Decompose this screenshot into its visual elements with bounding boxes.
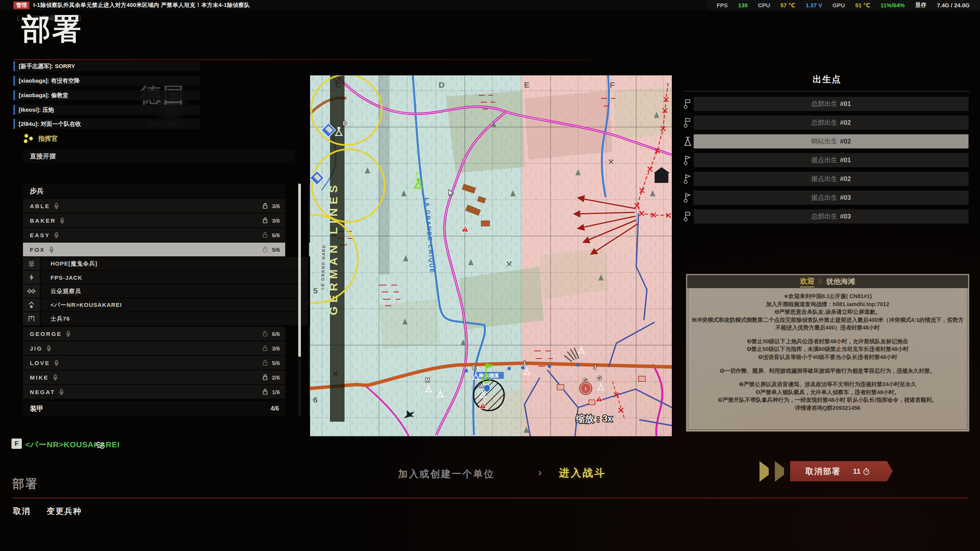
svg-text:L: L: [524, 360, 527, 366]
deploy-countdown: 11: [853, 467, 861, 476]
lock-icon: [262, 202, 269, 209]
spawn-option-hq-03[interactable]: 总部出生#03: [694, 209, 969, 223]
lock-icon: [262, 374, 269, 381]
armor-count: 4/6: [271, 405, 279, 412]
roster-scrollbar-thumb[interactable]: [298, 184, 301, 357]
spawn-option-outpost-02-selected[interactable]: 哨站出生#02: [694, 134, 969, 148]
svg-text:!: !: [585, 386, 586, 392]
squad-member-row: FPS-JACK: [23, 271, 308, 284]
garrison-spawn-icon: [683, 154, 692, 166]
svg-text:6: 6: [313, 395, 318, 404]
divider: [13, 59, 590, 60]
garrison-spawn-icon: [683, 192, 692, 203]
cpu-label: CPU: [758, 2, 770, 8]
fps-label: FPS: [717, 2, 728, 8]
armor-header: 装甲 4/6 +: [23, 401, 325, 416]
outpost-spawn-icon: [683, 135, 692, 147]
vram-value: 7.4G / 24.0G: [937, 2, 970, 8]
stopwatch-icon: [862, 468, 870, 475]
performance-overlay: FPS 138 CPU 57 ℃ 1.37 V GPU 51 ℃ 11%/64%…: [706, 0, 980, 10]
squad-row-love[interactable]: LOVE 5/6: [23, 356, 325, 370]
spawn-option-hq-01[interactable]: 总部出生#01: [694, 97, 969, 111]
assault-role-icon: [27, 273, 36, 282]
spotter-role-icon: [27, 287, 36, 295]
admin-message: I-1除侦察队外其余单元禁止进入对方400米区域内 严禁单人坦克！本方未4-1除…: [33, 2, 250, 9]
divider: [12, 497, 969, 499]
chat-message: [新手志愿军]: SORRY: [13, 61, 200, 71]
change-class-button[interactable]: 变更兵种: [47, 506, 82, 517]
cpu-temp: 57 ℃: [780, 2, 795, 9]
hq-spawn-icon: [683, 117, 692, 128]
squad-row-george[interactable]: GEORGE 6/6: [23, 327, 325, 341]
squad-row-jig[interactable]: JIG 3/6: [23, 341, 325, 355]
server-rules: ★欢迎来到中国8.1公开服( CN81#1) 加入开黑啦频道查询战绩：hll81…: [691, 292, 964, 412]
spawn-option-garrison-01[interactable]: 据点出生#01: [694, 153, 969, 167]
welcome-label: 欢迎: [800, 276, 815, 287]
lock-icon: [262, 388, 269, 395]
cancel-deploy-button[interactable]: 取消部署 11: [790, 461, 893, 481]
squad-row-baker[interactable]: BAKER 3/6: [23, 214, 325, 227]
svg-text:D: D: [343, 120, 347, 126]
mic-icon: [58, 389, 65, 395]
tactical-map[interactable]: C D E F 5 6 LA GRANDE CRIQUE LE GRAND HA…: [310, 75, 672, 436]
squad-member-row: 云朵观察员: [23, 285, 308, 298]
bandage-icon: [95, 440, 106, 449]
map-canvas: C D E F 5 6 LA GRANDE CRIQUE LE GRAND HA…: [310, 75, 672, 436]
hq-spawn-icon: [683, 210, 692, 222]
deploy-section-label: 部署: [12, 476, 38, 492]
commander-label: 指挥官: [38, 134, 58, 143]
mic-icon: [53, 360, 60, 366]
map-name-label: 犹他海滩: [826, 277, 855, 287]
spawn-option-garrison-03[interactable]: 据点出生#03: [694, 191, 969, 205]
page-title: 部署: [21, 10, 83, 49]
hq-spawn-icon: [683, 98, 692, 109]
f-key-badge: F: [11, 439, 22, 449]
spawn-option-hq-02[interactable]: 总部出生#02: [694, 116, 969, 130]
lock-icon: [262, 217, 269, 224]
spawn-option-garrison-02[interactable]: 据点出生#02: [694, 172, 969, 186]
mic-icon: [53, 232, 60, 238]
svg-text:A: A: [480, 383, 483, 389]
chat-message: [xiaobaga]: 偷教堂: [13, 90, 200, 100]
officer-role-icon: [27, 259, 36, 268]
unlock-icon: [262, 231, 269, 238]
squad-row-able[interactable]: ABLE 3/6: [23, 199, 325, 213]
svg-text:D: D: [439, 80, 444, 89]
squad-member-row: 士兵76: [23, 312, 308, 325]
squad-row-easy[interactable]: EASY 6/6: [23, 228, 325, 242]
chat-message: [Ikeosi]: 压炮: [13, 105, 200, 115]
infantry-header: 步兵 +: [23, 184, 325, 198]
mic-icon: [52, 374, 59, 381]
squad-row-fox-selected[interactable]: FOX 5/6: [23, 243, 325, 256]
strongpoint-shield-icon: [484, 385, 490, 392]
gpu-label: GPU: [833, 2, 845, 8]
garrison-spawn-icon: [683, 173, 692, 184]
armor-label: 装甲: [30, 404, 44, 413]
enter-battle-step[interactable]: 进入战斗: [559, 466, 606, 480]
gpu-temp: 51 ℃: [855, 2, 870, 9]
cancel-deploy-label: 取消部署: [805, 466, 841, 477]
server-welcome-panel: 欢迎 // 犹他海滩 ★欢迎来到中国8.1公开服( CN81#1) 加入开黑啦频…: [686, 274, 969, 432]
mic-icon: [59, 217, 65, 224]
unlock-icon: [262, 246, 269, 253]
svg-text:J: J: [593, 364, 596, 370]
unlock-icon: [262, 345, 269, 352]
infantry-label: 步兵: [30, 186, 44, 196]
cancel-button[interactable]: 取消: [13, 506, 31, 517]
svg-text:5: 5: [313, 286, 318, 295]
commander-row[interactable]: 直接开摆: [23, 149, 295, 163]
commander-name: 直接开摆: [30, 152, 56, 161]
mic-icon: [65, 331, 72, 337]
commander-section: 指挥官: [23, 133, 58, 144]
svg-text:G: G: [597, 375, 601, 381]
svg-text:F: F: [610, 80, 615, 89]
unlock-icon: [262, 359, 269, 366]
chevron-right-icon: ›: [538, 467, 542, 479]
svg-text:M: M: [425, 377, 430, 383]
selected-spawn-letter: F: [416, 171, 419, 177]
squad-row-mike[interactable]: MIKE 2/6: [23, 370, 325, 384]
squad-row-negat[interactable]: NEGAT 1/6: [23, 385, 325, 399]
fps-value: 138: [738, 2, 748, 8]
commander-icon: [23, 133, 34, 144]
medic-role-icon: [27, 301, 36, 309]
